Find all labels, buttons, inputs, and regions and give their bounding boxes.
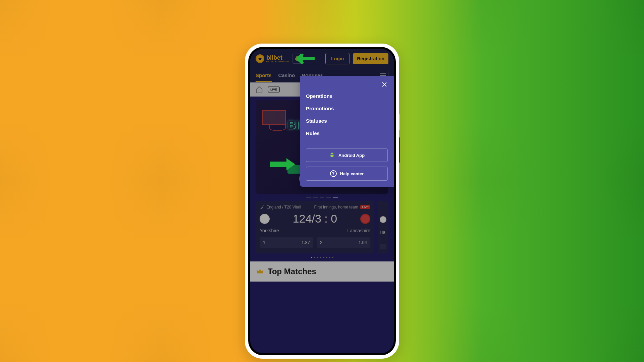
android-app-button[interactable]: Android App	[306, 148, 388, 162]
popup-divider	[306, 143, 388, 143]
app-content: ★ bilbet ONLINE BOOKMAKER Login Registra…	[250, 49, 394, 353]
popup-menu-list: Operations Promotions Statuses Rules	[306, 93, 388, 136]
menu-item-promotions[interactable]: Promotions	[306, 106, 388, 111]
side-menu-popup: Operations Promotions Statuses Rules And…	[300, 76, 394, 187]
close-button[interactable]	[380, 80, 388, 88]
android-icon	[329, 152, 335, 158]
phone-screen: ★ bilbet ONLINE BOOKMAKER Login Registra…	[250, 49, 394, 353]
annotation-arrow-header	[297, 54, 315, 64]
svg-marker-1	[270, 158, 295, 170]
phone-inner-frame: ★ bilbet ONLINE BOOKMAKER Login Registra…	[248, 47, 396, 355]
phone-side-button	[399, 114, 400, 130]
menu-item-operations[interactable]: Operations	[306, 93, 388, 99]
phone-side-button	[399, 137, 400, 163]
annotation-arrow-android-app	[270, 157, 295, 172]
android-app-label: Android App	[338, 153, 365, 158]
menu-item-statuses[interactable]: Statuses	[306, 118, 388, 124]
phone-frame: ★ bilbet ONLINE BOOKMAKER Login Registra…	[245, 44, 399, 359]
help-icon: ?	[330, 170, 337, 177]
menu-item-rules[interactable]: Rules	[306, 130, 388, 136]
help-center-label: Help center	[340, 171, 364, 176]
close-icon	[381, 81, 387, 87]
help-center-button[interactable]: ? Help center	[306, 167, 388, 181]
